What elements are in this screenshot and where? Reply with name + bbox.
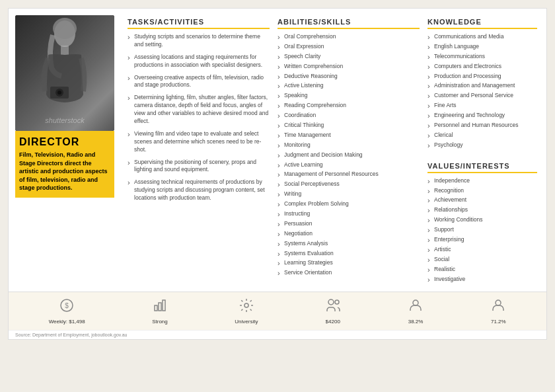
director-image: shutterstock <box>15 15 114 131</box>
task-item: Assessing technical requirements of prod… <box>128 178 270 202</box>
svg-rect-2 <box>61 46 69 55</box>
stat-value-5: 71.2% <box>491 319 506 325</box>
value-item: Social <box>427 256 537 264</box>
tasks-list: Studying scripts and scenarios to determ… <box>128 33 270 202</box>
svg-point-12 <box>328 299 334 305</box>
stat-icon-2 <box>239 297 254 317</box>
stat-value-4: 38.2% <box>408 319 424 325</box>
stat-item-4: 38.2% <box>408 297 424 325</box>
watermark: shutterstock <box>15 116 114 124</box>
ability-item: Monitoring <box>278 141 420 149</box>
svg-point-15 <box>496 300 501 305</box>
svg-rect-9 <box>159 303 161 311</box>
ability-item: Judgment and Decision Making <box>278 151 420 159</box>
knowledge-item: Production and Processing <box>427 73 537 81</box>
abilities-header: ABILITIES/SKILLS <box>278 18 420 29</box>
value-item: Enterprising <box>427 236 537 244</box>
knowledge-item: Psychology <box>427 141 537 149</box>
knowledge-header: KNOWLEDGE <box>427 18 537 29</box>
ability-item: Coordination <box>278 112 420 120</box>
role-description: Film, Television, Radio and Stage Direct… <box>19 151 110 192</box>
ability-item: Learning Strategies <box>278 259 420 267</box>
stat-value-1: Strong <box>152 319 168 325</box>
stats-bar: $Weekly: $1,498StrongUniversity$420038.2… <box>9 292 546 330</box>
value-item: Recognition <box>427 187 537 195</box>
values-list: IndependenceRecognitionAchievementRelati… <box>427 177 537 284</box>
values-section: VALUES/INTERESTS IndependenceRecognition… <box>427 159 540 288</box>
image-bg: shutterstock <box>15 15 114 131</box>
values-header: VALUES/INTERESTS <box>427 162 537 173</box>
left-column: shutterstock DIRECTOR Film, Television, … <box>15 15 121 288</box>
knowledge-item: Customer and Personal Service <box>427 92 537 100</box>
knowledge-item: Computers and Electronics <box>427 63 537 71</box>
knowledge-item: Communications and Media <box>427 33 537 41</box>
stat-value-0: Weekly: $1,498 <box>49 319 85 325</box>
stat-item-2: University <box>235 297 258 325</box>
ability-item: Speaking <box>278 92 420 100</box>
ability-item: Persuasion <box>278 220 420 228</box>
task-item: Viewing film and video tape to evaluate … <box>128 130 270 154</box>
task-item: Studying scripts and scenarios to determ… <box>128 33 270 49</box>
knowledge-item: Personnel and Human Resources <box>427 122 537 130</box>
tasks-section: TASKS/ACTIVITIES Studying scripts and sc… <box>128 15 272 288</box>
task-item: Overseeing creative aspects of film, tel… <box>128 74 270 90</box>
ability-item: Writing <box>278 190 420 198</box>
stat-value-2: University <box>235 319 258 325</box>
task-item: Assessing locations and staging requirem… <box>128 54 270 69</box>
knowledge-list: Communications and MediaEnglish Language… <box>427 33 537 149</box>
ability-item: Reading Comprehension <box>278 102 420 110</box>
stat-item-1: Strong <box>152 297 168 325</box>
ability-item: Oral Expression <box>278 43 420 51</box>
right-column: KNOWLEDGE Communications and MediaEnglis… <box>427 15 540 288</box>
ability-item: Systems Analysis <box>278 240 420 248</box>
knowledge-item: Administration and Management <box>427 82 537 90</box>
ability-item: Speech Clarity <box>278 53 420 61</box>
knowledge-section: KNOWLEDGE Communications and MediaEnglis… <box>427 15 540 154</box>
svg-point-11 <box>244 303 248 307</box>
ability-item: Time Management <box>278 132 420 139</box>
top-section: shutterstock DIRECTOR Film, Television, … <box>9 9 546 288</box>
svg-point-5 <box>57 91 61 95</box>
ability-item: Social Perceptiveness <box>278 180 420 188</box>
ability-item: Instructing <box>278 210 420 218</box>
value-item: Investigative <box>427 276 537 284</box>
svg-rect-10 <box>163 300 165 311</box>
ability-item: Active Learning <box>278 161 420 169</box>
value-item: Realistic <box>427 266 537 274</box>
value-item: Artistic <box>427 246 537 254</box>
value-item: Independence <box>427 177 537 185</box>
stat-icon-4 <box>408 297 424 317</box>
svg-text:$: $ <box>65 302 69 309</box>
stat-icon-3 <box>325 297 341 317</box>
main-card: shutterstock DIRECTOR Film, Television, … <box>8 8 547 340</box>
value-item: Support <box>427 226 537 234</box>
task-item: Supervising the positioning of scenery, … <box>128 159 270 175</box>
ability-item: Negotiation <box>278 230 420 238</box>
ability-item: Systems Evaluation <box>278 250 420 258</box>
ability-item: Active Listening <box>278 82 420 90</box>
stat-item-3: $4200 <box>325 297 341 325</box>
ability-item: Critical Thinking <box>278 122 420 130</box>
role-title: DIRECTOR <box>19 136 110 148</box>
knowledge-item: Engineering and Technology <box>427 112 537 120</box>
svg-point-1 <box>53 18 77 39</box>
tasks-header: TASKS/ACTIVITIES <box>128 18 270 29</box>
ability-item: Management of Personnel Resources <box>278 171 420 178</box>
ability-item: Written Comprehension <box>278 63 420 71</box>
content-columns: TASKS/ACTIVITIES Studying scripts and sc… <box>128 15 540 288</box>
knowledge-item: English Language <box>427 43 537 51</box>
svg-point-13 <box>335 300 339 304</box>
stat-icon-1 <box>152 297 168 317</box>
value-item: Relationships <box>427 206 537 214</box>
stat-icon-5 <box>490 297 506 317</box>
stat-icon-0: $ <box>59 297 75 317</box>
svg-rect-8 <box>155 305 157 311</box>
value-item: Achievement <box>427 196 537 204</box>
svg-point-14 <box>413 300 418 305</box>
abilities-section: ABILITIES/SKILLS Oral ComprehensionOral … <box>278 15 422 288</box>
page-wrapper: shutterstock DIRECTOR Film, Television, … <box>0 0 555 348</box>
knowledge-item: Telecommunications <box>427 53 537 61</box>
value-item: Working Conditions <box>427 216 537 224</box>
task-item: Determining lighting, film, shutter angl… <box>128 94 270 126</box>
title-box: DIRECTOR Film, Television, Radio and Sta… <box>15 131 114 198</box>
